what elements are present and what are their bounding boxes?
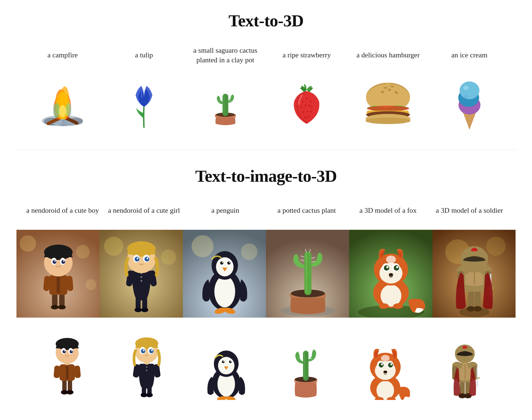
figure-boy [27, 331, 107, 403]
photo-soldier-svg [432, 230, 516, 318]
svg-rect-150 [468, 290, 474, 308]
bottom-label-fox: a 3D model of a fox [360, 200, 417, 222]
image-icecream [437, 73, 502, 133]
item-campfire: a campfire [22, 44, 103, 133]
figure-soldier [425, 331, 505, 403]
svg-point-49 [366, 117, 411, 124]
svg-line-218 [307, 348, 307, 351]
svg-point-176 [63, 350, 66, 353]
svg-point-142 [386, 266, 389, 268]
svg-line-127 [312, 262, 315, 262]
svg-rect-70 [57, 276, 60, 293]
label-col-cactus: a potted cactus plant [266, 200, 347, 222]
item-hamburger: a delicious hamburger [347, 44, 429, 133]
photo-boy [16, 230, 100, 318]
bottom-labels-row: a nendoroid of a cute boy a nendoroid of… [16, 200, 516, 222]
svg-point-145 [386, 256, 396, 263]
svg-rect-170 [74, 365, 81, 378]
svg-point-116 [227, 261, 230, 265]
svg-point-33 [307, 111, 308, 113]
svg-point-179 [71, 350, 72, 351]
svg-rect-66 [59, 293, 65, 307]
svg-rect-44 [387, 84, 388, 92]
svg-point-84 [161, 250, 176, 265]
image-strawberry [274, 73, 339, 133]
svg-point-178 [64, 350, 65, 351]
svg-point-106 [241, 243, 257, 260]
figure-penguin-svg [202, 334, 251, 400]
svg-point-101 [145, 257, 149, 262]
svg-line-22 [228, 101, 231, 101]
svg-point-64 [86, 279, 97, 290]
svg-point-112 [216, 257, 233, 276]
svg-point-231 [383, 371, 387, 373]
svg-point-166 [66, 390, 73, 394]
svg-line-24 [227, 92, 227, 94]
figure-girl-svg [125, 334, 169, 400]
photo-fox [349, 230, 432, 318]
image-hamburger [355, 73, 421, 133]
svg-point-63 [76, 245, 90, 259]
reference-photo-strip [16, 230, 516, 318]
svg-point-45 [386, 82, 389, 84]
svg-point-87 [135, 308, 142, 312]
item-icecream: an ice cream [429, 44, 510, 133]
svg-point-68 [58, 305, 66, 309]
label-col-soldier: a 3D model of a soldier [429, 200, 510, 222]
svg-rect-163 [62, 379, 67, 392]
svg-rect-212 [303, 351, 309, 381]
svg-point-46 [367, 106, 409, 111]
svg-rect-168 [66, 366, 69, 379]
svg-point-118 [229, 262, 230, 263]
svg-point-183 [146, 393, 153, 397]
svg-line-214 [299, 358, 303, 358]
campfire-icon [35, 78, 90, 128]
svg-point-148 [486, 237, 505, 256]
svg-point-102 [137, 257, 138, 259]
svg-point-103 [147, 257, 148, 259]
label-campfire: a campfire [47, 44, 78, 66]
image-cactus-clay [193, 73, 258, 133]
svg-point-88 [141, 308, 148, 312]
hamburger-icon [359, 78, 417, 128]
svg-point-207 [229, 360, 232, 363]
svg-point-59 [463, 86, 469, 90]
svg-point-153 [473, 306, 482, 312]
label-hamburger: a delicious hamburger [356, 44, 420, 66]
svg-point-78 [53, 260, 56, 264]
svg-point-143 [396, 266, 398, 268]
svg-point-140 [384, 265, 389, 271]
label-col-girl: a nendoroid of a cute girl [103, 200, 185, 222]
svg-point-232 [381, 355, 390, 362]
svg-point-15 [59, 105, 66, 117]
icecream-icon [446, 74, 493, 132]
svg-point-230 [390, 363, 392, 365]
svg-point-135 [393, 303, 403, 309]
svg-point-67 [51, 305, 59, 309]
svg-line-213 [300, 353, 303, 355]
image-campfire [30, 73, 95, 133]
page-container: Text-to-3D a campfire [0, 0, 532, 420]
item-strawberry: a ripe strawberry [266, 44, 347, 133]
label-tulip: a tulip [135, 44, 153, 66]
svg-point-195 [149, 349, 154, 353]
svg-point-91 [141, 276, 142, 278]
svg-rect-151 [474, 290, 480, 308]
label-col-penguin: a penguin [185, 200, 266, 222]
svg-rect-233 [460, 380, 465, 395]
figure-cactus-pot [266, 331, 346, 403]
svg-point-92 [141, 280, 142, 282]
svg-point-35 [305, 116, 306, 119]
photo-girl [100, 230, 183, 318]
photo-cactus [266, 230, 349, 318]
bottom-label-penguin: a penguin [211, 200, 239, 222]
bottom-3d-figures-row [16, 326, 516, 408]
svg-point-229 [381, 363, 383, 365]
svg-point-186 [146, 370, 148, 371]
photo-soldier [432, 230, 516, 318]
svg-point-81 [63, 261, 64, 262]
label-col-fox: a 3D model of a fox [347, 200, 429, 222]
svg-rect-123 [304, 252, 312, 295]
photo-penguin-svg [183, 230, 266, 318]
svg-point-100 [135, 257, 140, 262]
